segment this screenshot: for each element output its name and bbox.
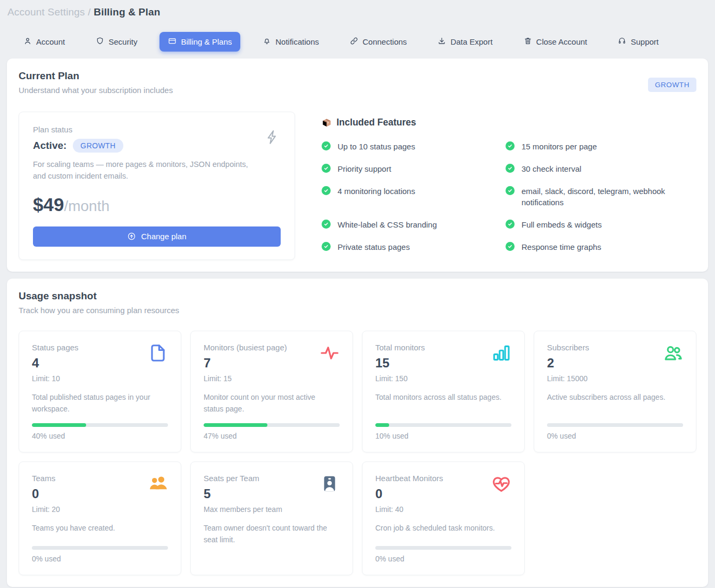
metric-value: 5: [204, 486, 282, 501]
usage-card: Teams 0 Limit: 20 Teams you have created…: [19, 461, 181, 575]
feature-item: 30 check interval: [506, 163, 686, 175]
feature-label: White-label & CSS branding: [338, 219, 437, 231]
shield-icon: [96, 37, 104, 47]
metric-limit: Limit: 15000: [547, 374, 589, 383]
usage-card: Total monitors 15 Limit: 150 Total monit…: [362, 331, 525, 452]
feature-label: Private status pages: [338, 241, 410, 253]
tab-label: Billing & Plans: [181, 37, 232, 46]
metric-limit: Max members per team: [204, 505, 282, 514]
check-circle-icon: [506, 141, 515, 150]
usage-card: Heartbeat Monitors 0 Limit: 40 Cron job …: [362, 461, 525, 575]
metric-description: Total published status pages in your wor…: [32, 392, 168, 415]
metric-title: Monitors (busiest page): [204, 343, 287, 352]
settings-tab[interactable]: Close Account: [515, 32, 596, 52]
progress-track: [375, 546, 511, 550]
price-period: /month: [64, 198, 110, 214]
usage-title: Usage snapshot: [19, 290, 696, 302]
usage-card: Status pages 4 Limit: 10 Total published…: [19, 331, 181, 452]
download-icon: [438, 37, 446, 47]
feature-item: White-label & CSS branding: [322, 219, 506, 231]
plan-badge: GROWTH: [648, 78, 696, 92]
metric-progress: 0% used: [547, 415, 683, 440]
bar-chart-icon: [491, 356, 511, 365]
metric-used-label: 40% used: [32, 432, 168, 440]
feature-item: Up to 10 status pages: [322, 141, 506, 153]
metric-value: 0: [32, 486, 60, 501]
change-plan-button[interactable]: Change plan: [33, 226, 281, 247]
settings-tab[interactable]: Connections: [341, 32, 415, 52]
tab-label: Account: [36, 37, 65, 46]
metric-limit: Limit: 20: [32, 505, 60, 514]
check-circle-icon: [322, 141, 331, 150]
progress-track: [547, 423, 683, 427]
settings-tab[interactable]: Security: [87, 32, 146, 52]
feature-item: Full embeds & widgets: [506, 219, 686, 231]
check-circle-icon: [506, 186, 515, 195]
feature-label: email, slack, discord, telegram, webhook…: [521, 186, 686, 209]
settings-tab[interactable]: Data Export: [429, 32, 501, 52]
plan-status-card: Plan status Active: GROWTH For scaling t…: [19, 112, 295, 260]
metric-used-label: 10% used: [375, 432, 511, 440]
check-circle-icon: [322, 220, 331, 229]
progress-fill: [204, 423, 267, 427]
tab-label: Notifications: [275, 37, 319, 46]
tab-label: Support: [630, 37, 659, 46]
lightning-bolt-icon: [264, 128, 280, 148]
package-icon: [322, 117, 332, 128]
metric-progress: 40% used: [32, 415, 168, 440]
metric-progress: 0% used: [32, 537, 168, 563]
tab-label: Close Account: [536, 37, 587, 46]
settings-tab[interactable]: Notifications: [254, 32, 327, 52]
metric-limit: Limit: 150: [375, 374, 425, 383]
metric-description: Total monitors across all status pages.: [375, 392, 511, 404]
metric-title: Status pages: [32, 343, 79, 352]
metric-limit: Limit: 15: [204, 374, 287, 383]
plan-status-label: Plan status: [33, 125, 281, 134]
metric-value: 15: [375, 356, 425, 371]
current-plan-subtitle: Understand what your subscription includ…: [19, 86, 696, 95]
settings-tab[interactable]: Account: [15, 32, 73, 52]
breadcrumb: Account Settings / Billing & Plan: [0, 0, 715, 18]
metric-progress: 10% used: [375, 415, 511, 440]
usage-card: Seats per Team 5 Max members per team Te…: [190, 461, 353, 575]
usage-card: Subscribers 2 Limit: 15000 Active subscr…: [534, 331, 696, 452]
metric-used-label: 0% used: [547, 432, 683, 440]
feature-item: 15 monitors per page: [506, 141, 686, 153]
metric-used-label: 0% used: [32, 555, 168, 563]
metric-used-label: 0% used: [375, 555, 511, 563]
usage-cards-grid: Status pages 4 Limit: 10 Total published…: [19, 331, 696, 575]
trash-icon: [524, 37, 532, 47]
metric-description: Teams you have created.: [32, 523, 168, 534]
progress-track: [32, 546, 168, 550]
features-list: Up to 10 status pages 15 monitors per pa…: [322, 141, 696, 253]
credit-card-icon: [168, 37, 176, 47]
metric-description: Monitor count on your most active status…: [204, 392, 340, 415]
settings-tab[interactable]: Support: [609, 32, 667, 52]
metric-title: Teams: [32, 474, 60, 483]
check-circle-icon: [506, 220, 515, 229]
feature-label: Full embeds & widgets: [521, 219, 602, 231]
metric-limit: Limit: 10: [32, 374, 79, 383]
page-title: Billing & Plan: [94, 6, 160, 18]
feature-label: 15 monitors per page: [521, 141, 597, 153]
breadcrumb-parent[interactable]: Account Settings /: [7, 6, 91, 18]
metric-title: Subscribers: [547, 343, 589, 352]
metric-description: Active subscribers across all pages.: [547, 392, 683, 404]
bell-icon: [263, 37, 271, 47]
file-icon: [148, 356, 168, 365]
metric-value: 0: [375, 486, 443, 501]
metric-value: 2: [547, 356, 589, 371]
feature-label: Response time graphs: [521, 241, 601, 253]
settings-tab[interactable]: Billing & Plans: [159, 32, 240, 52]
metric-used-label: 47% used: [204, 432, 340, 440]
progress-fill: [375, 423, 389, 427]
metric-title: Seats per Team: [204, 474, 282, 483]
badge-icon: [319, 486, 340, 495]
feature-label: Up to 10 status pages: [338, 141, 415, 153]
users-filled-icon: [148, 486, 168, 495]
usage-subtitle: Track how you are consuming plan resourc…: [19, 306, 696, 315]
person-icon: [23, 37, 32, 47]
metric-progress: 47% used: [204, 415, 340, 440]
feature-item: 4 monitoring locations: [322, 186, 506, 209]
progress-fill: [32, 423, 86, 427]
